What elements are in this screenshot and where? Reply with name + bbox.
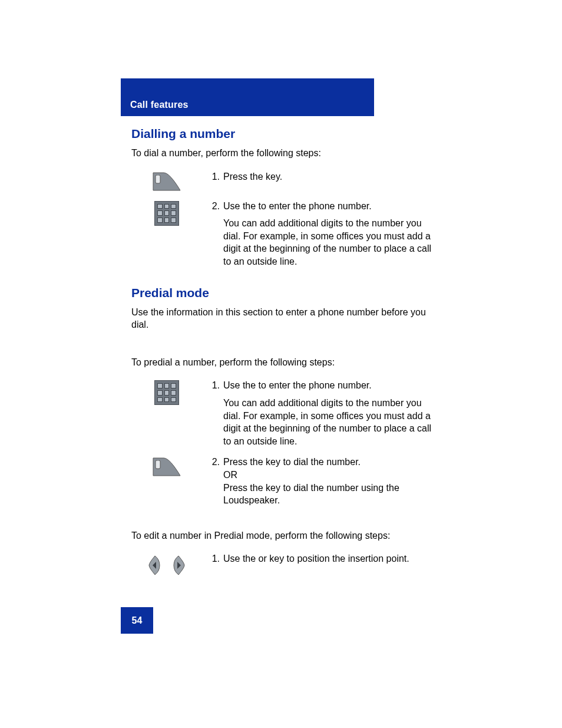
step-text: Use the to enter the phone number. [223, 379, 432, 392]
section-title-dialling: Dialling a number [131, 127, 432, 141]
svg-rect-3 [157, 459, 159, 460]
svg-rect-2 [156, 460, 160, 469]
svg-rect-1 [157, 174, 159, 175]
step-extra-text: You can add additional digits to the num… [223, 397, 432, 447]
document-page: Call features Dialling a number To dial … [0, 0, 562, 728]
step-text: Use the or key to position the insertion… [223, 552, 432, 565]
page-number: 54 [132, 615, 143, 626]
step-number: 1. [202, 170, 223, 183]
predial-step-1: 1. Use the to enter the phone number. Yo… [131, 379, 432, 447]
step-text: Use the to enter the phone number. [223, 200, 432, 213]
left-right-nav-icon [147, 554, 187, 577]
nav-keys-icon-cell [131, 552, 202, 577]
step-number: 2. [202, 456, 223, 469]
step-text: Press the key. [223, 170, 432, 183]
step-number: 1. [202, 379, 223, 392]
predial-intro: Use the information in this section to e… [131, 306, 432, 331]
predial-step-2: 2. Press the key to dial the number. OR … [131, 456, 432, 506]
svg-rect-0 [156, 175, 160, 183]
chapter-header-bar: Call features [121, 78, 374, 116]
step-number: 2. [202, 200, 223, 213]
step-text-block: Press the key to dial the number. OR Pre… [223, 456, 432, 506]
section-dialling: Dialling a number To dial a number, perf… [131, 127, 432, 268]
section-predial: Predial mode Use the information in this… [131, 286, 432, 578]
predial-intro2: To predial a number, perform the followi… [131, 356, 432, 369]
call-key-icon [152, 172, 181, 192]
step-text-block: Use the to enter the phone number. You c… [223, 200, 432, 268]
step-extra-text: You can add additional digits to the num… [223, 217, 432, 268]
keypad-icon-cell [131, 379, 202, 405]
call-key-icon-cell [131, 170, 202, 192]
keypad-icon [154, 201, 179, 226]
section-title-predial: Predial mode [131, 286, 432, 300]
predial-edit-intro: To edit a number in Predial mode, perfor… [131, 529, 432, 542]
keypad-icon-cell [131, 200, 202, 226]
call-key-icon [152, 457, 181, 477]
step-text-block: Use the to enter the phone number. You c… [223, 379, 432, 447]
page-number-box: 54 [121, 607, 153, 634]
predial-edit-step-1: 1. Use the or key to position the insert… [131, 552, 432, 577]
call-key-icon-cell [131, 456, 202, 477]
dialling-step-2: 2. Use the to enter the phone number. Yo… [131, 200, 432, 268]
step-number: 1. [202, 552, 223, 565]
chapter-header-text: Call features [130, 100, 189, 110]
step-text-line3: Press the key to dial the number using t… [223, 482, 432, 507]
step-text-line2: OR [223, 469, 432, 482]
dialling-intro: To dial a number, perform the following … [131, 147, 432, 160]
dialling-step-1: 1. Press the key. [131, 170, 432, 192]
keypad-icon [154, 380, 179, 405]
step-text-line1: Press the key to dial the number. [223, 456, 432, 469]
page-content: Dialling a number To dial a number, perf… [131, 127, 432, 595]
